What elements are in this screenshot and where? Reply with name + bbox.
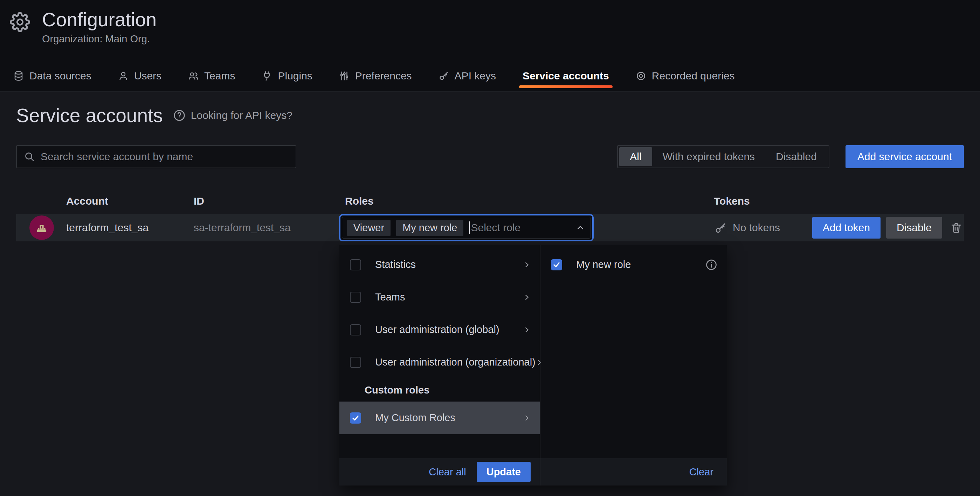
clear-button[interactable]: Clear [689,466,713,478]
filter-with-expired-tokens[interactable]: With expired tokens [652,147,765,166]
key-icon [439,71,449,81]
token-key-icon [714,222,727,234]
role-groups-panel: Statistics Teams User administration (gl… [339,245,540,485]
help-circle-icon [173,109,186,122]
chevron-right-icon [523,414,531,422]
custom-roles-section-title: Custom roles [339,379,540,402]
role-picker-dropdown: Statistics Teams User administration (gl… [339,245,727,485]
menu-item-label: Statistics [375,259,416,270]
tab-teams[interactable]: Teams [186,63,237,91]
role-group-statistics[interactable]: Statistics [339,248,540,281]
role-submenu-panel: My new role Clear [540,245,727,485]
account-id: sa-terraform_test_sa [194,222,345,234]
role-item-my-new-role[interactable]: My new role [541,248,727,281]
gear-icon [10,12,30,32]
chevron-right-icon [523,293,531,301]
chevron-right-icon [523,326,531,334]
user-icon [118,71,129,81]
clear-all-button[interactable]: Clear all [429,466,466,478]
role-group-my-custom-roles[interactable]: My Custom Roles [339,402,540,434]
menu-item-label: Teams [375,292,405,303]
search-icon [24,151,35,162]
menu-item-label: My new role [576,259,631,270]
tab-api-keys[interactable]: API keys [436,63,498,91]
tokens-status: No tokens [733,222,780,234]
tab-label: Recorded queries [652,70,735,82]
sliders-icon [339,71,350,81]
filter-radio-group: All With expired tokens Disabled [617,145,829,168]
menu-item-label: User administration (organizational) [375,357,536,368]
page-header: Configuration Organization: Main Org. Da… [0,0,980,92]
col-header-id: ID [194,195,345,207]
record-icon [636,71,646,81]
checkbox-checked[interactable] [551,259,562,270]
api-keys-help-link[interactable]: Looking for API keys? [173,109,293,122]
menu-item-label: My Custom Roles [375,412,455,423]
users-icon [188,71,199,81]
tab-label: API keys [455,70,496,82]
table-row: terraform_test_sa sa-terraform_test_sa V… [16,214,964,241]
disable-button[interactable]: Disable [886,217,942,239]
config-tabs: Data sources Users Teams [11,63,737,91]
checkbox-unchecked[interactable] [350,324,361,336]
role-group-user-admin-org[interactable]: User administration (organizational) [339,346,540,379]
tab-label: Data sources [29,70,91,82]
info-icon[interactable] [705,258,718,271]
role-submenu-footer: Clear [541,458,727,485]
checkbox-unchecked[interactable] [350,357,361,368]
active-tab-underline [519,86,612,88]
table-header-row: Account ID Roles Tokens [16,189,964,214]
tab-label: Preferences [355,70,412,82]
chevron-right-icon [523,261,531,269]
avatar [29,216,54,240]
add-service-account-button[interactable]: Add service account [845,145,964,168]
checkbox-checked[interactable] [350,412,361,423]
role-chip-my-new-role[interactable]: My new role [396,220,463,236]
filter-disabled[interactable]: Disabled [765,147,827,166]
role-group-user-admin-global[interactable]: User administration (global) [339,314,540,346]
role-picker[interactable]: Viewer My new role Select role [339,214,594,241]
service-accounts-table: Account ID Roles Tokens [16,189,964,241]
tab-plugins[interactable]: Plugins [259,63,314,91]
checkbox-unchecked[interactable] [350,259,361,270]
page-subtitle: Organization: Main Org. [42,33,157,45]
account-name[interactable]: terraform_test_sa [66,222,148,234]
plug-icon [262,71,272,81]
col-header-tokens: Tokens [711,195,811,207]
text-caret [469,222,470,234]
tab-users[interactable]: Users [116,63,164,91]
tab-label: Plugins [278,70,312,82]
checkbox-unchecked[interactable] [350,292,361,303]
tab-data-sources[interactable]: Data sources [11,63,94,91]
tab-label: Users [134,70,161,82]
help-text: Looking for API keys? [191,109,293,121]
update-button[interactable]: Update [477,462,531,482]
filter-all[interactable]: All [619,147,652,166]
col-header-account: Account [16,195,194,207]
tab-service-accounts[interactable]: Service accounts [520,63,611,91]
role-group-teams[interactable]: Teams [339,281,540,314]
search-box [16,145,296,168]
tab-label: Service accounts [523,70,609,82]
delete-button[interactable] [950,222,963,234]
database-icon [13,71,24,81]
page-title: Configuration [42,9,157,30]
chevron-up-icon[interactable] [575,222,585,233]
tab-label: Teams [204,70,235,82]
role-chip-viewer[interactable]: Viewer [347,220,391,236]
add-token-button[interactable]: Add token [812,217,881,239]
role-select-placeholder[interactable]: Select role [471,222,520,234]
menu-item-label: User administration (global) [375,324,500,336]
tab-preferences[interactable]: Preferences [337,63,414,91]
section-title: Service accounts [16,104,163,127]
role-menu-footer: Clear all Update [339,458,540,485]
tab-recorded-queries[interactable]: Recorded queries [633,63,737,91]
search-input[interactable] [41,151,289,163]
col-header-roles: Roles [345,195,711,207]
